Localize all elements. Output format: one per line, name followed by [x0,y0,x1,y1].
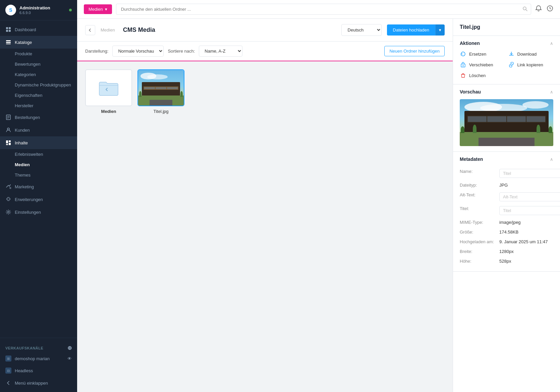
sales-channels-section: Verkaufskanäle ⊕ ⊞ demoshop marian 👁 ⊟ H… [0,338,77,392]
status-dot [69,9,72,11]
metadaten-section: Metadaten ∧ Name: Dateityp: JPG [453,152,560,272]
upload-button[interactable]: Dateien hochladen [387,24,435,36]
toolbar: Darstellung: Normale Vorschau Sortiere n… [77,42,453,61]
metadaten-header[interactable]: Metadaten ∧ [453,152,560,167]
meta-row-breite: Breite: 1280px [460,247,553,256]
visibility-icon: 👁 [67,356,72,361]
extensions-icon [5,196,11,202]
meta-value-hochgeladen: 9. Januar 2025 um 11:47 [499,239,553,244]
sidebar-item-label: Kataloge [15,40,32,45]
svg-rect-1 [9,27,11,29]
content-icon [5,140,11,146]
language-select[interactable]: Deutsch [341,24,382,36]
action-label: Ersetzen [469,52,486,57]
new-folder-button[interactable]: Neuen Ordner hinzufügen [384,46,445,56]
sidebar-item-label: Dashboard [15,27,36,32]
download-icon [508,51,515,57]
dashboard-icon [5,26,11,32]
meta-row-hochgeladen: Hochgeladen am: 9. Januar 2025 um 11:47 [460,237,553,247]
svg-rect-14 [9,143,11,145]
back-button[interactable] [85,25,95,35]
sales-channel-demoshop[interactable]: ⊞ demoshop marian 👁 [0,352,77,365]
svg-point-17 [8,211,9,213]
upload-button-wrap: Dateien hochladen ▾ [387,24,445,36]
meta-input-titel[interactable] [499,206,560,215]
main-wrap: Medien ▾ [77,0,560,392]
search-submit-button[interactable] [522,6,528,12]
action-verschieben[interactable]: Verschieben [460,61,505,68]
sidebar-sub-hersteller[interactable]: Hersteller [0,101,77,111]
action-download[interactable]: Download [508,51,554,57]
logo-icon: S [5,5,16,15]
sales-channel-headless[interactable]: ⊟ Headless [0,365,77,377]
sidebar-sub-kategorien[interactable]: Kategorien [0,69,77,80]
vorschau-section: Vorschau ∧ [453,84,560,152]
breadcrumb: Medien [101,27,115,32]
sidebar-sub-bewertungen[interactable]: Bewertungen [0,59,77,69]
sort-select[interactable]: Name, A-Z [199,46,242,57]
sidebar-sub-medien[interactable]: Medien [0,159,77,170]
svg-rect-12 [6,140,8,143]
headless-icon: ⊟ [5,368,11,374]
file-item-titel[interactable]: Titel.jpg [137,69,184,114]
aktionen-chevron: ∧ [550,41,553,46]
search-type-chevron: ▾ [105,7,107,12]
sidebar-sub-erlebniswelten[interactable]: Erlebniswelten [0,149,77,159]
sidebar-item-label: Einstellungen [15,210,41,215]
sidebar-item-erweiterungen[interactable]: Erweiterungen [0,193,77,206]
page-header: Medien CMS Media Deutsch Dateien hochlad… [77,19,453,42]
meta-row-titel: Titel: [460,204,553,217]
sidebar-sub-produkte[interactable]: Produkte [0,49,77,59]
svg-rect-0 [6,27,8,29]
menu-collapse-btn[interactable]: Menü einklappen [0,377,77,389]
sidebar-sub-dynamische[interactable]: Dynamische Produktgruppen [0,80,77,90]
sidebar-item-kunden[interactable]: Kunden [0,124,77,136]
meta-row-dateityp: Dateityp: JPG [460,180,553,190]
sidebar-item-inhalte[interactable]: Inhalte [0,136,77,149]
preview-image [460,99,553,146]
upload-button-dropdown[interactable]: ▾ [435,24,445,36]
sidebar-item-bestellungen[interactable]: Bestellungen [0,111,77,124]
meta-row-alt-text: Alt-Text: [460,190,553,204]
meta-row-mime: MIME-Type: image/jpeg [460,217,553,227]
settings-icon [5,209,11,215]
add-sales-channel-icon[interactable]: ⊕ [67,345,72,351]
sidebar-sub-eigenschaften[interactable]: Eigenschaften [0,90,77,101]
right-panel-title: Titel.jpg [453,19,560,36]
action-ersetzen[interactable]: Ersetzen [460,51,505,57]
file-item-medien[interactable]: Medien [85,69,132,114]
svg-rect-4 [6,40,11,41]
meta-value-breite: 1280px [499,249,553,254]
meta-input-name[interactable] [499,169,560,178]
sidebar-item-dashboard[interactable]: Dashboard [0,23,77,36]
vorschau-content [453,99,560,151]
meta-value-dateityp: JPG [499,183,553,188]
sidebar-item-kataloge[interactable]: Kataloge [0,36,77,49]
sidebar-item-label: Kunden [15,128,30,133]
image-thumb-titel [137,69,184,106]
action-label: Download [517,52,537,57]
link-icon [508,61,515,68]
action-loeschen[interactable]: Löschen [460,72,505,79]
aktionen-header[interactable]: Aktionen ∧ [453,36,560,51]
action-link-kopieren[interactable]: Link kopieren [508,61,554,68]
clock-button[interactable] [547,5,553,13]
aktionen-content: Ersetzen Download [453,51,560,84]
view-select[interactable]: Normale Vorschau [112,46,164,57]
file-label-medien: Medien [101,109,116,114]
collapse-icon [5,380,11,386]
sidebar-sub-themes[interactable]: Themes [0,170,77,180]
svg-rect-13 [9,140,11,142]
search-type-button[interactable]: Medien ▾ [84,4,112,14]
meta-input-alt-text[interactable] [499,192,560,201]
svg-point-22 [463,65,464,66]
sidebar: S Administration 6.6.9.0 Dashboard [0,0,77,392]
vorschau-header[interactable]: Vorschau ∧ [453,84,560,99]
action-label: Löschen [469,73,486,78]
meta-value-hoehe: 528px [499,259,553,264]
search-input[interactable] [116,4,531,15]
sidebar-item-einstellungen[interactable]: Einstellungen [0,206,77,218]
notifications-button[interactable] [535,5,542,13]
action-grid: Ersetzen Download [460,51,553,79]
sidebar-item-marketing[interactable]: Marketing [0,180,77,193]
